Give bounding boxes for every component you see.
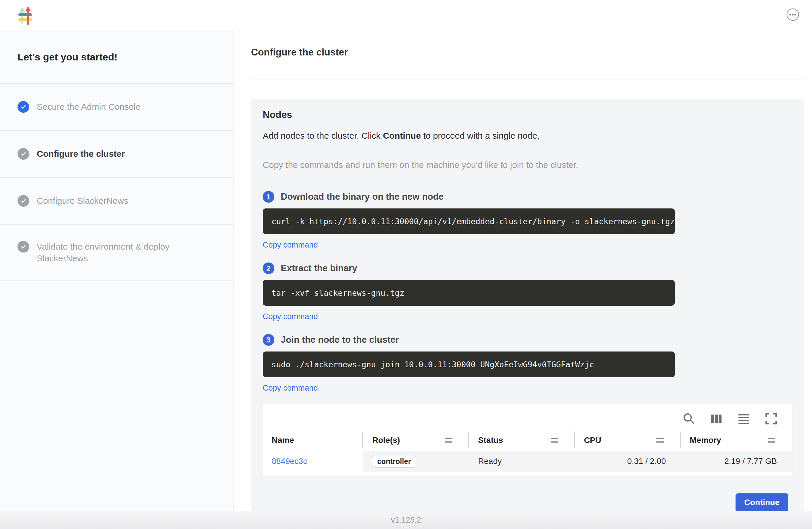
more-menu-button[interactable]	[785, 8, 800, 23]
nodes-heading: Nodes	[263, 109, 793, 120]
sidebar-item-configure-slackernews[interactable]: Configure SlackerNews	[0, 177, 233, 225]
table-toolbar	[263, 404, 792, 430]
step-3-copy-command-link[interactable]: Copy command	[263, 384, 318, 393]
page-title: Configure the cluster	[251, 47, 804, 58]
step-1-command-block: curl -k https://10.0.0.11:30000/api/v1/e…	[263, 209, 675, 234]
column-menu-icon[interactable]	[551, 438, 559, 443]
step-3-label: Join the node to the cluster	[281, 334, 399, 345]
step-2-command-block: tar -xvf slackernews-gnu.tgz	[263, 280, 675, 306]
setup-steps-sidebar: Let's get you started! Secure the Admin …	[0, 30, 233, 511]
step-2-badge: 2	[263, 262, 274, 274]
column-header-name[interactable]: Name	[263, 430, 363, 451]
table-row: 8849ec3c controller Ready 0.31 / 2.00 2.…	[263, 451, 792, 472]
column-label: Role(s)	[372, 435, 400, 445]
column-header-roles[interactable]: Role(s)	[363, 430, 469, 451]
description-bold: Continue	[383, 131, 421, 140]
sidebar-title: Let's get you started!	[0, 30, 233, 83]
main-content: Configure the cluster Nodes Add nodes to…	[233, 30, 812, 511]
column-menu-icon[interactable]	[656, 438, 664, 443]
sidebar-item-label: Configure the cluster	[37, 148, 125, 160]
continue-button[interactable]: Continue	[736, 494, 788, 511]
fullscreen-icon[interactable]	[765, 412, 778, 425]
step-2-header: 2 Extract the binary	[263, 262, 793, 274]
node-roles-cell: controller	[363, 451, 469, 472]
step-3-command-block: sudo ./slackernews-gnu join 10.0.0.11:30…	[263, 352, 675, 377]
nodes-table-card: Name Role(s) Status	[263, 404, 793, 476]
column-label: Memory	[690, 435, 721, 445]
version-label: v1.125.2	[391, 516, 421, 525]
copy-instruction: Copy the commands and run them on the ma…	[263, 160, 793, 170]
column-menu-icon[interactable]	[768, 438, 775, 443]
sidebar-item-validate-deploy[interactable]: Validate the environment & deploy Slacke…	[0, 225, 233, 281]
node-cpu-cell: 0.31 / 2.00	[575, 451, 681, 472]
description-prefix: Add nodes to the cluster. Click	[263, 131, 383, 140]
node-memory-cell: 2.19 / 7.77 GB	[681, 451, 792, 472]
table-bottom-padding	[263, 472, 792, 476]
nodes-card: Nodes Add nodes to the cluster. Click Co…	[251, 99, 804, 511]
step-3-header: 3 Join the node to the cluster	[263, 334, 793, 346]
column-menu-icon[interactable]	[445, 438, 452, 443]
column-header-status[interactable]: Status	[469, 430, 575, 451]
column-header-cpu[interactable]: CPU	[575, 430, 681, 451]
slackernews-logo-icon	[17, 5, 33, 25]
node-name-link[interactable]: 8849ec3c	[272, 457, 307, 466]
check-icon	[17, 101, 29, 113]
check-icon	[17, 241, 29, 253]
sidebar-item-secure-admin-console[interactable]: Secure the Admin Console	[0, 84, 233, 130]
column-label: CPU	[584, 435, 601, 445]
sidebar-item-configure-cluster[interactable]: Configure the cluster	[0, 130, 233, 177]
sidebar-item-label: Secure the Admin Console	[37, 101, 140, 113]
column-header-memory[interactable]: Memory	[681, 430, 792, 451]
step-1-header: 1 Download the binary on the new node	[263, 191, 793, 203]
continue-row: Continue	[263, 494, 793, 511]
check-icon	[17, 195, 29, 207]
step-1-label: Download the binary on the new node	[281, 191, 444, 202]
nodes-description: Add nodes to the cluster. Click Continue…	[263, 131, 793, 141]
ellipsis-circle-icon	[786, 8, 800, 23]
table-header-row: Name Role(s) Status	[263, 430, 792, 451]
step-2-copy-command-link[interactable]: Copy command	[263, 312, 318, 321]
sidebar-item-label: Validate the environment & deploy Slacke…	[37, 241, 216, 264]
step-1-copy-command-link[interactable]: Copy command	[263, 241, 318, 249]
density-icon[interactable]	[737, 412, 750, 425]
app-body: Let's get you started! Secure the Admin …	[0, 30, 812, 511]
check-icon	[17, 148, 29, 160]
footer: v1.125.2	[0, 511, 812, 529]
column-label: Name	[272, 435, 294, 445]
description-suffix: to proceed with a single node.	[421, 131, 540, 140]
node-name-cell: 8849ec3c	[263, 451, 363, 472]
node-status-cell: Ready	[469, 451, 575, 472]
top-bar	[0, 0, 812, 30]
search-icon[interactable]	[682, 412, 695, 425]
column-label: Status	[478, 435, 503, 445]
step-3-badge: 3	[263, 334, 274, 346]
role-chip: controller	[372, 455, 416, 468]
sidebar-item-label: Configure SlackerNews	[37, 195, 128, 207]
admin-console-page: Let's get you started! Secure the Admin …	[0, 0, 812, 529]
title-divider	[251, 79, 804, 80]
view-columns-icon[interactable]	[710, 412, 723, 425]
step-2-label: Extract the binary	[281, 263, 357, 274]
step-1-badge: 1	[263, 191, 274, 203]
nodes-table: Name Role(s) Status	[263, 430, 792, 472]
